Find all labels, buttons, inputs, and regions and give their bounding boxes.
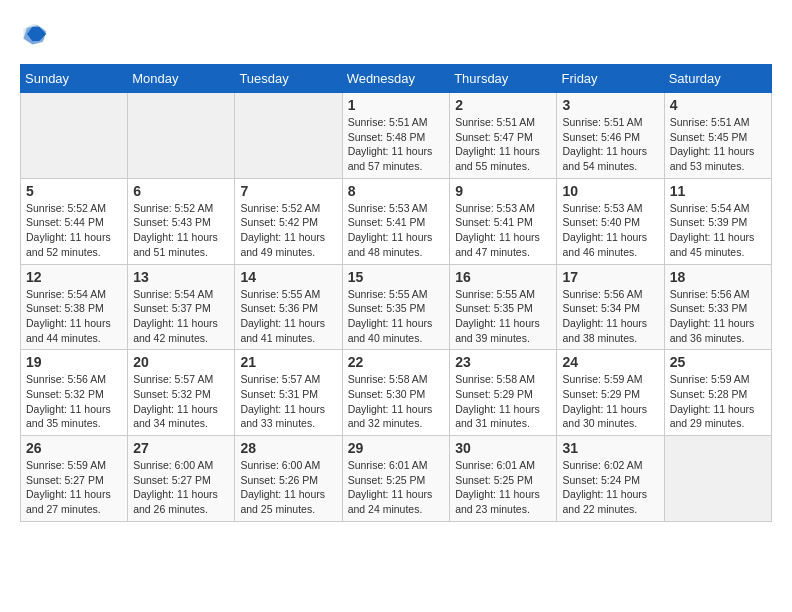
day-info: Sunrise: 5:56 AM Sunset: 5:32 PM Dayligh… (26, 372, 122, 431)
day-info: Sunrise: 6:01 AM Sunset: 5:25 PM Dayligh… (455, 458, 551, 517)
logo-icon (20, 20, 48, 48)
day-number: 9 (455, 183, 551, 199)
day-number: 28 (240, 440, 336, 456)
calendar-cell: 31Sunrise: 6:02 AM Sunset: 5:24 PM Dayli… (557, 436, 664, 522)
day-info: Sunrise: 5:54 AM Sunset: 5:37 PM Dayligh… (133, 287, 229, 346)
day-info: Sunrise: 5:51 AM Sunset: 5:46 PM Dayligh… (562, 115, 658, 174)
day-info: Sunrise: 5:52 AM Sunset: 5:44 PM Dayligh… (26, 201, 122, 260)
calendar-body: 1Sunrise: 5:51 AM Sunset: 5:48 PM Daylig… (21, 93, 772, 522)
day-number: 15 (348, 269, 445, 285)
day-number: 17 (562, 269, 658, 285)
calendar-cell: 26Sunrise: 5:59 AM Sunset: 5:27 PM Dayli… (21, 436, 128, 522)
day-number: 12 (26, 269, 122, 285)
calendar-cell: 22Sunrise: 5:58 AM Sunset: 5:30 PM Dayli… (342, 350, 450, 436)
day-number: 27 (133, 440, 229, 456)
day-number: 21 (240, 354, 336, 370)
calendar-cell: 13Sunrise: 5:54 AM Sunset: 5:37 PM Dayli… (128, 264, 235, 350)
day-number: 25 (670, 354, 766, 370)
calendar-cell: 18Sunrise: 5:56 AM Sunset: 5:33 PM Dayli… (664, 264, 771, 350)
day-number: 30 (455, 440, 551, 456)
day-number: 31 (562, 440, 658, 456)
logo (20, 20, 52, 48)
calendar-cell: 25Sunrise: 5:59 AM Sunset: 5:28 PM Dayli… (664, 350, 771, 436)
page-header (20, 20, 772, 48)
day-info: Sunrise: 5:55 AM Sunset: 5:35 PM Dayligh… (348, 287, 445, 346)
day-number: 3 (562, 97, 658, 113)
day-number: 24 (562, 354, 658, 370)
day-number: 19 (26, 354, 122, 370)
day-info: Sunrise: 5:56 AM Sunset: 5:34 PM Dayligh… (562, 287, 658, 346)
calendar-cell (235, 93, 342, 179)
day-number: 1 (348, 97, 445, 113)
calendar-cell: 20Sunrise: 5:57 AM Sunset: 5:32 PM Dayli… (128, 350, 235, 436)
calendar-cell: 7Sunrise: 5:52 AM Sunset: 5:42 PM Daylig… (235, 178, 342, 264)
weekday-header-monday: Monday (128, 65, 235, 93)
day-info: Sunrise: 5:59 AM Sunset: 5:28 PM Dayligh… (670, 372, 766, 431)
day-number: 22 (348, 354, 445, 370)
day-info: Sunrise: 6:01 AM Sunset: 5:25 PM Dayligh… (348, 458, 445, 517)
calendar-week-5: 26Sunrise: 5:59 AM Sunset: 5:27 PM Dayli… (21, 436, 772, 522)
day-number: 23 (455, 354, 551, 370)
day-number: 2 (455, 97, 551, 113)
calendar-cell (128, 93, 235, 179)
weekday-header-thursday: Thursday (450, 65, 557, 93)
weekday-header-wednesday: Wednesday (342, 65, 450, 93)
day-info: Sunrise: 6:02 AM Sunset: 5:24 PM Dayligh… (562, 458, 658, 517)
day-number: 10 (562, 183, 658, 199)
day-info: Sunrise: 5:59 AM Sunset: 5:27 PM Dayligh… (26, 458, 122, 517)
calendar-cell: 24Sunrise: 5:59 AM Sunset: 5:29 PM Dayli… (557, 350, 664, 436)
calendar-cell (21, 93, 128, 179)
calendar-cell: 15Sunrise: 5:55 AM Sunset: 5:35 PM Dayli… (342, 264, 450, 350)
calendar-cell: 23Sunrise: 5:58 AM Sunset: 5:29 PM Dayli… (450, 350, 557, 436)
day-info: Sunrise: 5:58 AM Sunset: 5:30 PM Dayligh… (348, 372, 445, 431)
weekday-header-friday: Friday (557, 65, 664, 93)
weekday-header-sunday: Sunday (21, 65, 128, 93)
day-number: 14 (240, 269, 336, 285)
day-info: Sunrise: 5:52 AM Sunset: 5:42 PM Dayligh… (240, 201, 336, 260)
day-info: Sunrise: 5:55 AM Sunset: 5:36 PM Dayligh… (240, 287, 336, 346)
weekday-header-tuesday: Tuesday (235, 65, 342, 93)
day-number: 4 (670, 97, 766, 113)
day-number: 6 (133, 183, 229, 199)
calendar-cell: 16Sunrise: 5:55 AM Sunset: 5:35 PM Dayli… (450, 264, 557, 350)
calendar-cell: 4Sunrise: 5:51 AM Sunset: 5:45 PM Daylig… (664, 93, 771, 179)
calendar-week-4: 19Sunrise: 5:56 AM Sunset: 5:32 PM Dayli… (21, 350, 772, 436)
day-info: Sunrise: 5:51 AM Sunset: 5:45 PM Dayligh… (670, 115, 766, 174)
calendar-cell: 12Sunrise: 5:54 AM Sunset: 5:38 PM Dayli… (21, 264, 128, 350)
calendar-cell: 5Sunrise: 5:52 AM Sunset: 5:44 PM Daylig… (21, 178, 128, 264)
day-number: 8 (348, 183, 445, 199)
weekday-header-row: SundayMondayTuesdayWednesdayThursdayFrid… (21, 65, 772, 93)
day-info: Sunrise: 5:57 AM Sunset: 5:31 PM Dayligh… (240, 372, 336, 431)
day-info: Sunrise: 5:55 AM Sunset: 5:35 PM Dayligh… (455, 287, 551, 346)
calendar-cell: 6Sunrise: 5:52 AM Sunset: 5:43 PM Daylig… (128, 178, 235, 264)
calendar-week-3: 12Sunrise: 5:54 AM Sunset: 5:38 PM Dayli… (21, 264, 772, 350)
day-info: Sunrise: 5:51 AM Sunset: 5:47 PM Dayligh… (455, 115, 551, 174)
calendar-cell: 2Sunrise: 5:51 AM Sunset: 5:47 PM Daylig… (450, 93, 557, 179)
calendar-cell: 28Sunrise: 6:00 AM Sunset: 5:26 PM Dayli… (235, 436, 342, 522)
calendar-cell: 30Sunrise: 6:01 AM Sunset: 5:25 PM Dayli… (450, 436, 557, 522)
day-number: 11 (670, 183, 766, 199)
day-number: 16 (455, 269, 551, 285)
calendar-cell: 29Sunrise: 6:01 AM Sunset: 5:25 PM Dayli… (342, 436, 450, 522)
calendar-cell: 27Sunrise: 6:00 AM Sunset: 5:27 PM Dayli… (128, 436, 235, 522)
calendar-table: SundayMondayTuesdayWednesdayThursdayFrid… (20, 64, 772, 522)
calendar-cell: 14Sunrise: 5:55 AM Sunset: 5:36 PM Dayli… (235, 264, 342, 350)
calendar-cell: 19Sunrise: 5:56 AM Sunset: 5:32 PM Dayli… (21, 350, 128, 436)
calendar-cell (664, 436, 771, 522)
day-info: Sunrise: 5:53 AM Sunset: 5:41 PM Dayligh… (455, 201, 551, 260)
day-info: Sunrise: 5:58 AM Sunset: 5:29 PM Dayligh… (455, 372, 551, 431)
calendar-cell: 11Sunrise: 5:54 AM Sunset: 5:39 PM Dayli… (664, 178, 771, 264)
calendar-cell: 9Sunrise: 5:53 AM Sunset: 5:41 PM Daylig… (450, 178, 557, 264)
calendar-cell: 10Sunrise: 5:53 AM Sunset: 5:40 PM Dayli… (557, 178, 664, 264)
day-number: 26 (26, 440, 122, 456)
day-number: 18 (670, 269, 766, 285)
day-info: Sunrise: 6:00 AM Sunset: 5:27 PM Dayligh… (133, 458, 229, 517)
day-info: Sunrise: 5:51 AM Sunset: 5:48 PM Dayligh… (348, 115, 445, 174)
calendar-week-2: 5Sunrise: 5:52 AM Sunset: 5:44 PM Daylig… (21, 178, 772, 264)
weekday-header-saturday: Saturday (664, 65, 771, 93)
day-info: Sunrise: 5:53 AM Sunset: 5:40 PM Dayligh… (562, 201, 658, 260)
day-info: Sunrise: 5:57 AM Sunset: 5:32 PM Dayligh… (133, 372, 229, 431)
day-info: Sunrise: 5:56 AM Sunset: 5:33 PM Dayligh… (670, 287, 766, 346)
calendar-cell: 21Sunrise: 5:57 AM Sunset: 5:31 PM Dayli… (235, 350, 342, 436)
day-info: Sunrise: 5:53 AM Sunset: 5:41 PM Dayligh… (348, 201, 445, 260)
